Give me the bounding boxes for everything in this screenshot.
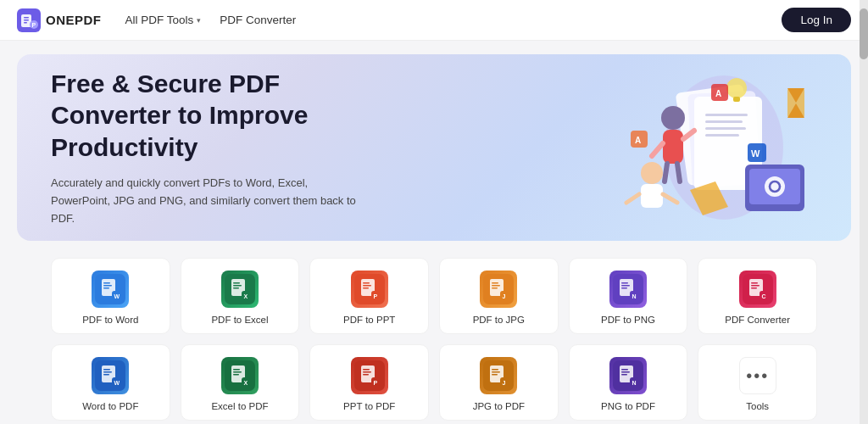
tool-card[interactable]: J PDF to JPG — [439, 258, 559, 334]
svg-rect-16 — [663, 130, 683, 164]
logo[interactable]: P ONEPDF — [17, 8, 102, 32]
tools-grid-row2: W Word to PDF X Excel to PDF P PPT to PD… — [51, 344, 817, 421]
tool-label: JPG to PDF — [473, 401, 525, 411]
tool-icon: N — [609, 271, 647, 308]
chevron-down-icon: ▾ — [197, 16, 201, 25]
tools-grid-row1: W PDF to Word X PDF to Excel P PDF to PP… — [51, 258, 817, 334]
tool-icon: J — [480, 271, 517, 308]
svg-rect-105 — [492, 369, 498, 371]
tool-label: PNG to PDF — [601, 401, 655, 411]
tool-label: Word to PDF — [82, 401, 138, 411]
svg-point-15 — [661, 106, 685, 130]
tool-icon: X — [221, 357, 259, 394]
svg-line-19 — [665, 164, 667, 181]
svg-text:X: X — [243, 293, 248, 299]
svg-text:W: W — [114, 380, 120, 386]
svg-rect-91 — [233, 369, 240, 371]
svg-rect-22 — [641, 184, 663, 208]
svg-rect-92 — [233, 371, 242, 373]
tool-label: PDF to PPT — [343, 315, 395, 325]
svg-line-17 — [652, 143, 663, 156]
svg-line-24 — [663, 194, 677, 203]
svg-text:P: P — [32, 22, 36, 28]
svg-point-28 — [765, 176, 785, 197]
scrollbar[interactable] — [860, 0, 868, 424]
tool-icon: W — [92, 357, 129, 394]
svg-rect-13 — [705, 127, 746, 130]
svg-rect-14 — [705, 134, 739, 137]
tool-card[interactable]: J JPG to PDF — [439, 344, 559, 421]
svg-rect-112 — [621, 369, 628, 371]
svg-rect-12 — [705, 120, 743, 123]
tool-card[interactable]: W Word to PDF — [51, 344, 170, 421]
tool-card[interactable]: N PNG to PDF — [569, 344, 688, 421]
svg-rect-84 — [103, 369, 110, 371]
svg-rect-51 — [233, 287, 239, 289]
svg-rect-33 — [733, 97, 740, 102]
tool-card[interactable]: W PDF to Word — [51, 258, 170, 334]
hero-subtitle: Accurately and quickly convert PDFs to W… — [51, 175, 356, 227]
svg-point-32 — [726, 78, 747, 98]
tool-label: PDF to PNG — [601, 315, 655, 325]
svg-rect-100 — [363, 374, 369, 376]
svg-rect-77 — [751, 282, 758, 284]
svg-rect-79 — [751, 287, 757, 289]
hero-title: Free & Secure PDF Converter to Improve P… — [51, 68, 407, 164]
svg-point-21 — [641, 162, 663, 184]
svg-text:W: W — [751, 148, 760, 159]
svg-rect-72 — [621, 287, 627, 289]
svg-text:X: X — [243, 380, 248, 386]
svg-text:J: J — [503, 380, 506, 386]
tool-icon: N — [609, 357, 647, 394]
navbar: P ONEPDF All PDF Tools ▾ PDF Converter L… — [0, 0, 868, 41]
svg-rect-11 — [705, 114, 748, 116]
tool-label: PPT to PDF — [343, 401, 395, 411]
svg-text:A: A — [635, 136, 641, 145]
tool-card[interactable]: X Excel to PDF — [181, 344, 300, 421]
svg-rect-78 — [751, 285, 760, 287]
tool-label: PDF to JPG — [473, 315, 525, 325]
tool-icon: J — [480, 357, 517, 394]
tool-card[interactable]: P PDF to PPT — [309, 258, 429, 334]
tool-icon: P — [351, 357, 388, 394]
nav-pdf-converter[interactable]: PDF Converter — [220, 14, 296, 26]
svg-line-20 — [677, 164, 680, 181]
hero-illustration: A A W — [580, 63, 817, 232]
svg-rect-106 — [492, 371, 500, 373]
svg-rect-63 — [492, 282, 498, 284]
svg-rect-58 — [363, 287, 369, 289]
more-dots-icon: ••• — [746, 366, 769, 386]
tool-card[interactable]: C PDF Converter — [698, 258, 817, 334]
tool-label: PDF Converter — [725, 315, 790, 325]
svg-rect-113 — [621, 371, 630, 373]
hero-text: Free & Secure PDF Converter to Improve P… — [51, 68, 407, 228]
tool-card[interactable]: X PDF to Excel — [181, 258, 300, 334]
svg-rect-99 — [363, 371, 371, 373]
logo-text: ONEPDF — [46, 13, 102, 27]
svg-text:P: P — [373, 293, 377, 299]
tool-label: PDF to Excel — [211, 315, 268, 325]
svg-text:W: W — [114, 293, 120, 299]
svg-rect-86 — [103, 374, 109, 376]
tool-card[interactable]: •••Tools — [698, 344, 817, 421]
svg-rect-85 — [103, 371, 112, 373]
login-button[interactable]: Log In — [782, 8, 851, 32]
svg-rect-114 — [621, 374, 627, 376]
svg-rect-70 — [621, 282, 628, 284]
tool-icon: W — [92, 271, 129, 308]
tool-card[interactable]: P PPT to PDF — [309, 344, 429, 421]
svg-rect-64 — [492, 285, 500, 287]
svg-rect-56 — [363, 282, 370, 284]
svg-text:N: N — [632, 293, 636, 299]
svg-text:A: A — [715, 89, 721, 98]
nav-all-tools[interactable]: All PDF Tools ▾ — [125, 14, 202, 26]
scrollbar-thumb[interactable] — [860, 8, 868, 59]
tool-icon: P — [351, 271, 388, 308]
svg-text:C: C — [761, 293, 765, 299]
nav-links: All PDF Tools ▾ PDF Converter — [125, 14, 782, 26]
tools-section: W PDF to Word X PDF to Excel P PDF to PP… — [0, 258, 868, 421]
svg-rect-107 — [492, 374, 498, 376]
svg-rect-50 — [233, 285, 242, 287]
tool-card[interactable]: N PDF to PNG — [569, 258, 688, 334]
svg-text:P: P — [373, 380, 377, 386]
